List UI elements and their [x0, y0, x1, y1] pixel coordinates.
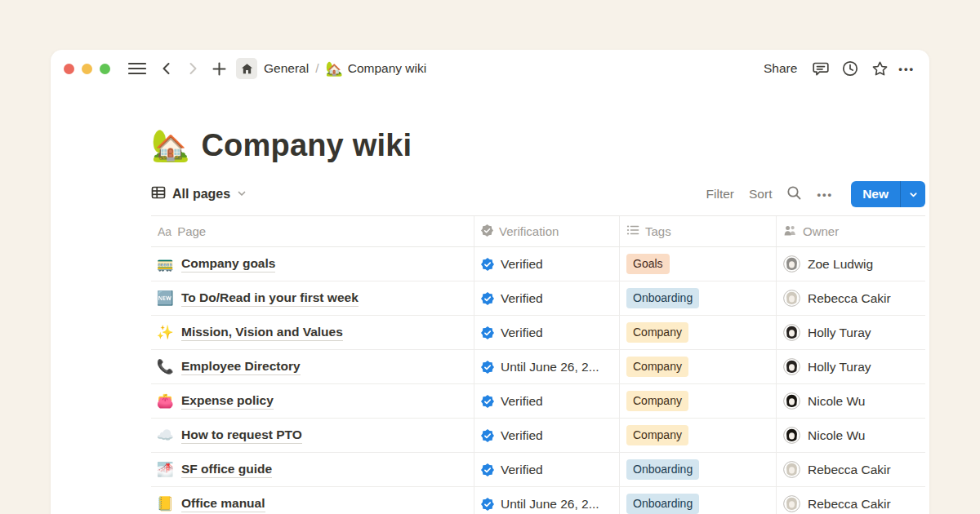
owner-cell[interactable]: Nicole Wu [776, 419, 925, 452]
updates-clock-icon[interactable] [840, 58, 861, 79]
owner-cell[interactable]: Holly Turay [776, 350, 925, 383]
nav-forward-icon[interactable] [182, 58, 203, 79]
view-more-icon[interactable]: ••• [817, 188, 833, 201]
tag-pill: Onboarding [626, 459, 699, 479]
column-header-owner[interactable]: Owner [776, 216, 925, 246]
page-icon: 👛 [156, 394, 174, 408]
verification-cell[interactable]: Verified [474, 419, 619, 452]
tag-pill: Goals [626, 254, 670, 273]
search-icon[interactable] [786, 185, 802, 204]
screenshot-canvas: General / 🏡 Company wiki Share ••• [0, 0, 980, 514]
view-switcher[interactable]: All pages [151, 185, 247, 203]
page-cell[interactable]: 🚃 Company goals [151, 247, 474, 281]
sidebar-menu-icon[interactable] [127, 58, 148, 79]
page-emoji[interactable]: 🏡 [151, 130, 189, 161]
comments-icon[interactable] [810, 58, 831, 79]
tag-pill: Company [626, 322, 688, 342]
verification-seal-icon [481, 224, 493, 239]
page-link[interactable]: Employee Directory [181, 359, 301, 375]
tags-cell[interactable]: Onboarding [619, 453, 776, 486]
page-cell[interactable]: 📒 Office manual [151, 487, 474, 514]
verification-cell[interactable]: Verified [474, 316, 619, 349]
tags-cell[interactable]: Company [619, 316, 776, 349]
verification-cell[interactable]: Until June 26, 2... [474, 487, 619, 514]
page-link[interactable]: Company goals [181, 256, 275, 273]
page-icon: 🆕 [156, 291, 174, 305]
verified-badge-icon [481, 463, 494, 476]
page-link[interactable]: Office manual [181, 496, 265, 512]
page-link[interactable]: How to request PTO [181, 428, 302, 444]
more-options-icon[interactable]: ••• [898, 63, 915, 75]
page-icon: 📒 [156, 497, 174, 511]
verification-text: Verified [501, 428, 543, 443]
tags-cell[interactable]: Onboarding [619, 281, 776, 315]
tags-cell[interactable]: Onboarding [619, 487, 776, 514]
traffic-lights [64, 64, 110, 74]
avatar [783, 255, 800, 273]
owner-name: Rebecca Cakir [808, 291, 891, 306]
avatar [783, 290, 800, 307]
owner-cell[interactable]: Rebecca Cakir [776, 487, 925, 514]
page-cell[interactable]: 🌁 SF office guide [151, 453, 474, 486]
new-button-label[interactable]: New [851, 181, 900, 207]
page-cell[interactable]: ☁️ How to request PTO [151, 419, 474, 452]
verification-cell[interactable]: Until June 26, 2... [474, 350, 619, 383]
new-button[interactable]: New [851, 181, 925, 207]
page-link[interactable]: To Do/Read in your first week [181, 290, 359, 307]
owner-cell[interactable]: Rebecca Cakir [776, 453, 925, 486]
column-header-verification[interactable]: Verification [474, 216, 619, 246]
table-row: ☁️ How to request PTO Verified Company N… [151, 419, 925, 453]
page-link[interactable]: Expense policy [181, 393, 274, 410]
breadcrumb: General / 🏡 Company wiki [264, 61, 426, 76]
owner-cell[interactable]: Rebecca Cakir [776, 281, 925, 315]
view-name: All pages [172, 187, 230, 202]
verification-text: Until June 26, 2... [501, 360, 599, 374]
page-link[interactable]: SF office guide [181, 462, 272, 478]
tag-pill: Company [626, 425, 688, 445]
zoom-window-button[interactable] [100, 64, 110, 74]
owner-cell[interactable]: Zoe Ludwig [776, 247, 925, 281]
table-view-icon [151, 185, 166, 203]
new-page-icon[interactable] [208, 58, 229, 79]
verification-cell[interactable]: Verified [474, 247, 619, 281]
people-icon [783, 224, 797, 239]
tags-cell[interactable]: Goals [619, 247, 776, 281]
owner-name: Nicole Wu [808, 394, 865, 409]
owner-cell[interactable]: Holly Turay [776, 316, 925, 349]
tags-cell[interactable]: Company [619, 419, 776, 452]
page-cell[interactable]: 📞 Employee Directory [151, 350, 474, 383]
filter-button[interactable]: Filter [706, 187, 734, 202]
app-window: General / 🏡 Company wiki Share ••• [51, 50, 929, 514]
home-icon[interactable] [236, 58, 257, 79]
window-topbar: General / 🏡 Company wiki Share ••• [51, 50, 929, 87]
verification-cell[interactable]: Verified [474, 384, 619, 418]
page-link[interactable]: Mission, Vision and Values [181, 325, 343, 341]
page-cell[interactable]: 🆕 To Do/Read in your first week [151, 281, 474, 315]
chevron-down-icon [237, 187, 247, 202]
tags-cell[interactable]: Company [619, 350, 776, 383]
column-header-tags[interactable]: Tags [619, 216, 776, 246]
breadcrumb-root[interactable]: General [264, 61, 309, 76]
close-window-button[interactable] [64, 64, 74, 74]
share-button[interactable]: Share [764, 61, 797, 76]
verification-cell[interactable]: Verified [474, 281, 619, 315]
avatar [783, 358, 800, 375]
column-label: Page [177, 224, 206, 238]
favorite-star-icon[interactable] [869, 58, 890, 79]
owner-cell[interactable]: Nicole Wu [776, 384, 925, 418]
text-property-icon: Aa [158, 225, 172, 238]
nav-back-icon[interactable] [156, 58, 177, 79]
minimize-window-button[interactable] [82, 64, 92, 74]
column-label: Owner [803, 224, 839, 238]
sort-button[interactable]: Sort [749, 187, 772, 202]
breadcrumb-page-title[interactable]: Company wiki [348, 61, 426, 76]
page-cell[interactable]: 👛 Expense policy [151, 384, 474, 418]
verification-text: Verified [501, 326, 543, 340]
page-cell[interactable]: ✨ Mission, Vision and Values [151, 316, 474, 349]
page-title[interactable]: Company wiki [201, 128, 412, 163]
verification-cell[interactable]: Verified [474, 453, 619, 486]
new-button-caret-icon[interactable] [901, 181, 925, 207]
tags-cell[interactable]: Company [619, 384, 776, 418]
column-header-page[interactable]: Aa Page [151, 216, 474, 246]
tag-pill: Onboarding [626, 494, 699, 513]
